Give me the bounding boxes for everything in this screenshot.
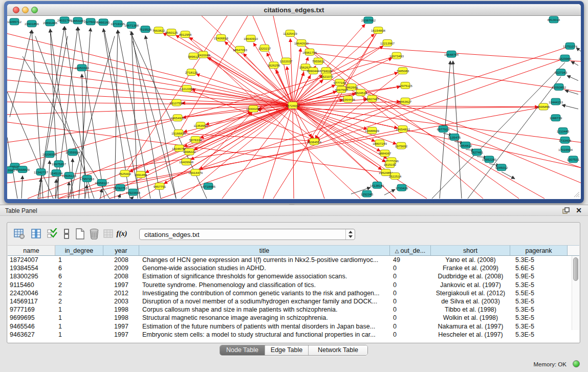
tab-network-table[interactable]: Network Table bbox=[309, 345, 367, 355]
tab-node-table[interactable]: Node Table bbox=[220, 345, 265, 355]
table-settings-icon[interactable] bbox=[13, 228, 26, 240]
table-cell[interactable]: 5.3E-5 bbox=[510, 256, 568, 264]
network-edge[interactable] bbox=[571, 61, 578, 65]
table-cell[interactable]: 2009 bbox=[103, 264, 139, 272]
table-cell[interactable]: 2 bbox=[55, 289, 103, 297]
table-cell[interactable]: 0 bbox=[390, 297, 431, 305]
table-cell[interactable]: 2008 bbox=[103, 272, 139, 280]
network-node[interactable]: 9454812 bbox=[460, 142, 472, 148]
network-node[interactable]: 9498222 bbox=[183, 148, 196, 155]
network-node[interactable]: 16671388 bbox=[124, 22, 139, 29]
network-node[interactable]: 11325419 bbox=[283, 30, 297, 37]
table-cell[interactable]: 1998 bbox=[103, 314, 139, 322]
table-cell[interactable]: 5.5E-5 bbox=[510, 289, 568, 297]
table-cell[interactable]: Structural magnetic resonance image aver… bbox=[139, 314, 390, 322]
network-edge[interactable] bbox=[100, 189, 102, 199]
network-edge[interactable] bbox=[453, 61, 462, 199]
network-node[interactable]: 15166825 bbox=[171, 130, 186, 137]
network-edge[interactable] bbox=[221, 38, 396, 199]
table-row[interactable]: 2242004622012Investigating the contribut… bbox=[8, 289, 579, 297]
column-header-name[interactable]: name bbox=[8, 245, 55, 255]
network-node[interactable]: 1975692 bbox=[395, 142, 408, 149]
table-cell[interactable]: 1 bbox=[55, 331, 103, 339]
table-selector-dropdown[interactable]: citations_edges.txt bbox=[139, 229, 355, 240]
network-node[interactable]: 19958107 bbox=[95, 179, 109, 186]
network-node[interactable]: 10807487 bbox=[365, 95, 379, 102]
table-row[interactable]: 911546021997Tourette syndrome. Phenomeno… bbox=[8, 281, 579, 289]
network-node[interactable]: 16648784 bbox=[444, 51, 459, 57]
table-cell[interactable]: Dudbridge et al. (2008) bbox=[431, 272, 510, 280]
table-cell[interactable]: 9465546 bbox=[8, 322, 55, 331]
table-cell[interactable]: 1 bbox=[55, 322, 103, 331]
table-cell[interactable]: 5.6E-5 bbox=[510, 264, 568, 272]
table-cell[interactable]: Embryonic stem cells: a model to study s… bbox=[139, 331, 390, 339]
table-cell[interactable]: Genome-wide association studies in ADHD. bbox=[139, 264, 390, 272]
network-node[interactable]: 2522514 bbox=[389, 173, 402, 180]
table-row[interactable]: 946554611997Estimation of the future num… bbox=[8, 322, 579, 331]
table-row[interactable]: 1938455462009Genome-wide association stu… bbox=[8, 264, 579, 272]
table-cell[interactable]: 2 bbox=[55, 297, 103, 305]
table-cell[interactable]: 0 bbox=[390, 289, 431, 297]
network-node[interactable]: 20053346 bbox=[75, 64, 89, 71]
table-row[interactable]: 1830029562008Estimation of significance … bbox=[8, 272, 579, 280]
network-node[interactable]: 1088739 bbox=[550, 115, 562, 121]
network-node[interactable]: 20387662 bbox=[361, 17, 376, 24]
table-cell[interactable]: 5.3E-5 bbox=[510, 331, 568, 339]
network-node[interactable]: 1545194 bbox=[50, 170, 63, 177]
network-node[interactable]: 7955812 bbox=[312, 58, 325, 64]
network-node[interactable]: 1307531 bbox=[567, 156, 580, 163]
network-edge[interactable] bbox=[58, 129, 403, 199]
table-cell[interactable]: 5.9E-5 bbox=[510, 272, 568, 280]
network-node[interactable]: 9227343 bbox=[555, 69, 568, 76]
table-cell[interactable]: 0 bbox=[390, 331, 431, 339]
table-cell[interactable]: 5.3E-5 bbox=[510, 297, 568, 305]
table-cell[interactable]: 9777169 bbox=[8, 305, 55, 314]
table-cell[interactable]: 1 bbox=[55, 256, 103, 264]
network-node[interactable]: 14138141 bbox=[370, 182, 384, 188]
network-edge[interactable] bbox=[119, 194, 120, 199]
network-node[interactable]: 7485083 bbox=[397, 68, 409, 74]
network-node[interactable]: 19975857 bbox=[52, 161, 66, 167]
delete-table-icon[interactable] bbox=[88, 228, 100, 240]
network-node[interactable]: 1322037 bbox=[280, 58, 293, 64]
canvas-resize-grip[interactable] bbox=[574, 192, 579, 197]
network-node[interactable]: 20206556 bbox=[42, 151, 57, 158]
table-cell[interactable]: 6 bbox=[55, 272, 103, 280]
table-cell[interactable]: Tourette syndrome. Phenomenology and cla… bbox=[139, 281, 390, 289]
network-edge[interactable] bbox=[432, 62, 565, 199]
table-cell[interactable]: 19384554 bbox=[8, 264, 55, 272]
network-node[interactable]: 9457791 bbox=[154, 183, 166, 189]
network-node[interactable]: 15751074 bbox=[563, 42, 577, 49]
table-cell[interactable]: 5.3E-5 bbox=[510, 314, 568, 322]
table-cell[interactable]: 0 bbox=[390, 305, 431, 314]
network-node[interactable]: 7625402 bbox=[119, 170, 132, 177]
network-node[interactable]: 20691406 bbox=[43, 19, 57, 26]
network-node[interactable]: 18807249 bbox=[373, 140, 387, 146]
network-edge[interactable] bbox=[38, 107, 543, 199]
table-cell[interactable]: 6 bbox=[55, 264, 103, 272]
network-node[interactable]: 5878334 bbox=[189, 136, 202, 143]
table-cell[interactable]: 1997 bbox=[103, 322, 139, 331]
table-cell[interactable]: 18300295 bbox=[8, 272, 55, 280]
network-edge[interactable] bbox=[352, 87, 581, 183]
column-header-in-degree[interactable]: in_degree bbox=[55, 245, 103, 255]
network-edge[interactable] bbox=[384, 189, 395, 195]
network-node[interactable]: 9463627 bbox=[399, 98, 412, 104]
network-node[interactable]: 8813014 bbox=[548, 16, 560, 23]
table-cell[interactable]: 1 bbox=[55, 305, 103, 314]
column-header-title[interactable]: title bbox=[139, 245, 390, 255]
function-builder-icon[interactable]: f(x) bbox=[116, 228, 128, 240]
network-edge[interactable] bbox=[132, 196, 134, 199]
network-node[interactable]: 12444153 bbox=[549, 98, 563, 105]
tab-edge-table[interactable]: Edge Table bbox=[265, 345, 309, 355]
table-cell[interactable]: 18724007 bbox=[8, 256, 55, 264]
network-node[interactable]: 23901856 bbox=[25, 20, 39, 27]
column-header-year[interactable]: year bbox=[103, 245, 139, 255]
table-cell[interactable]: Changes of HCN gene expression and I(f) … bbox=[139, 256, 390, 264]
network-node[interactable]: 9329966 bbox=[559, 55, 572, 61]
table-cell[interactable]: 0 bbox=[390, 264, 431, 272]
network-node[interactable]: 22406818 bbox=[214, 35, 228, 41]
table-cell[interactable]: 22420046 bbox=[8, 289, 55, 297]
table-cell[interactable]: 9699695 bbox=[8, 314, 55, 322]
table-cell[interactable]: Stergiakouli et al. (2012) bbox=[431, 289, 510, 297]
